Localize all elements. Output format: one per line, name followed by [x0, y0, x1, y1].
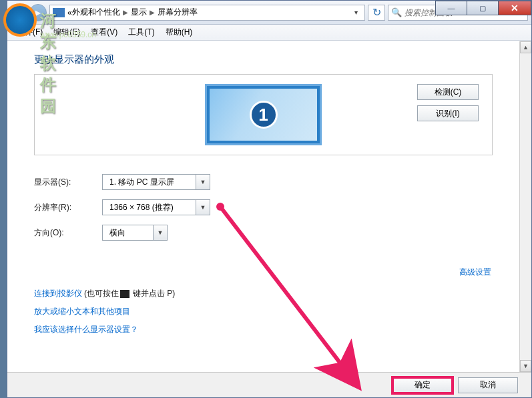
breadcrumb-part[interactable]: 外观和个性化 [72, 7, 120, 18]
refresh-button[interactable]: ↻ [368, 5, 385, 21]
orientation-value: 横向 [102, 225, 153, 241]
scroll-up-button[interactable]: ▲ [520, 41, 531, 53]
page-title: 更改显示器的外观 [34, 53, 493, 66]
help-links: 连接到投影仪 (也可按住 键并点击 P) 放大或缩小文本和其他项目 我应该选择什… [34, 288, 175, 342]
maximize-button[interactable]: ▢ [467, 1, 499, 15]
projector-hint-after: 键并点击 P) [133, 288, 175, 299]
orientation-label: 方向(O): [34, 227, 102, 239]
display-label: 显示器(S): [34, 177, 102, 188]
which-display-link[interactable]: 我应该选择什么显示器设置？ [34, 324, 138, 335]
orientation-dropdown[interactable]: 横向 ▼ [102, 225, 168, 241]
resolution-value: 1366 × 768 (推荐) [102, 199, 196, 215]
monitor-icon[interactable]: 1 [205, 84, 322, 145]
close-button[interactable]: ✕ [498, 1, 531, 15]
resolution-label: 分辨率(R): [34, 202, 102, 213]
dialog-footer: 确定 取消 [7, 372, 531, 397]
breadcrumb-dropdown-icon[interactable]: ▾ [350, 9, 362, 16]
location-icon [53, 8, 65, 17]
cancel-button[interactable]: 取消 [458, 377, 518, 393]
control-panel-window: — ▢ ✕ ◄ ► « 外观和个性化 ▶ 显示 ▶ 屏幕分辨率 ▾ ↻ 🔍 文件… [7, 0, 532, 398]
menu-file[interactable]: 文件(F) [11, 25, 48, 39]
identify-button[interactable]: 识别(I) [417, 105, 479, 121]
breadcrumb[interactable]: « 外观和个性化 ▶ 显示 ▶ 屏幕分辨率 ▾ [49, 5, 365, 21]
display-preview: 1 检测(C) 识别(I) [34, 74, 493, 155]
menu-edit[interactable]: 编辑(E) [48, 25, 85, 39]
vertical-scrollbar[interactable]: ▲ ▼ [519, 41, 531, 372]
ok-button[interactable]: 确定 [392, 377, 453, 393]
display-value: 1. 移动 PC 显示屏 [102, 174, 196, 190]
settings-form: 显示器(S): 1. 移动 PC 显示屏 ▼ 分辨率(R): 1366 × 76… [34, 174, 493, 241]
detect-button[interactable]: 检测(C) [417, 84, 479, 100]
scale-text-link[interactable]: 放大或缩小文本和其他项目 [34, 306, 130, 317]
search-icon: 🔍 [391, 7, 402, 17]
chevron-right-icon: ▶ [123, 9, 128, 16]
projector-link[interactable]: 连接到投影仪 [34, 288, 82, 299]
breadcrumb-part[interactable]: 屏幕分辨率 [158, 7, 198, 18]
back-button[interactable]: ◄ [11, 4, 28, 21]
titlebar-buttons: — ▢ ✕ [436, 1, 531, 15]
chevron-down-icon[interactable]: ▼ [153, 225, 168, 241]
projector-hint-before: (也可按住 [84, 288, 119, 299]
chevron-right-icon: ▶ [150, 9, 155, 16]
content-area: 更改显示器的外观 1 检测(C) 识别(I) 显示器(S): 1. 移动 PC … [7, 41, 519, 372]
chevron-down-icon[interactable]: ▼ [196, 199, 210, 215]
forward-button[interactable]: ► [29, 4, 47, 21]
menu-tools[interactable]: 工具(T) [123, 25, 160, 39]
display-dropdown[interactable]: 1. 移动 PC 显示屏 ▼ [102, 174, 210, 190]
breadcrumb-part[interactable]: 显示 [131, 7, 147, 18]
resolution-dropdown[interactable]: 1366 × 768 (推荐) ▼ [102, 199, 210, 215]
menu-help[interactable]: 帮助(H) [160, 25, 198, 39]
scroll-down-button[interactable]: ▼ [520, 360, 531, 372]
menu-bar: 文件(F) 编辑(E) 查看(V) 工具(T) 帮助(H) [7, 25, 531, 41]
monitor-number: 1 [250, 101, 278, 129]
windows-key-icon [120, 290, 129, 298]
advanced-settings-link[interactable]: 高级设置 [459, 267, 491, 278]
chevron-down-icon[interactable]: ▼ [196, 174, 210, 190]
menu-view[interactable]: 查看(V) [85, 25, 123, 39]
minimize-button[interactable]: — [435, 1, 467, 15]
breadcrumb-prefix: « [67, 8, 72, 17]
